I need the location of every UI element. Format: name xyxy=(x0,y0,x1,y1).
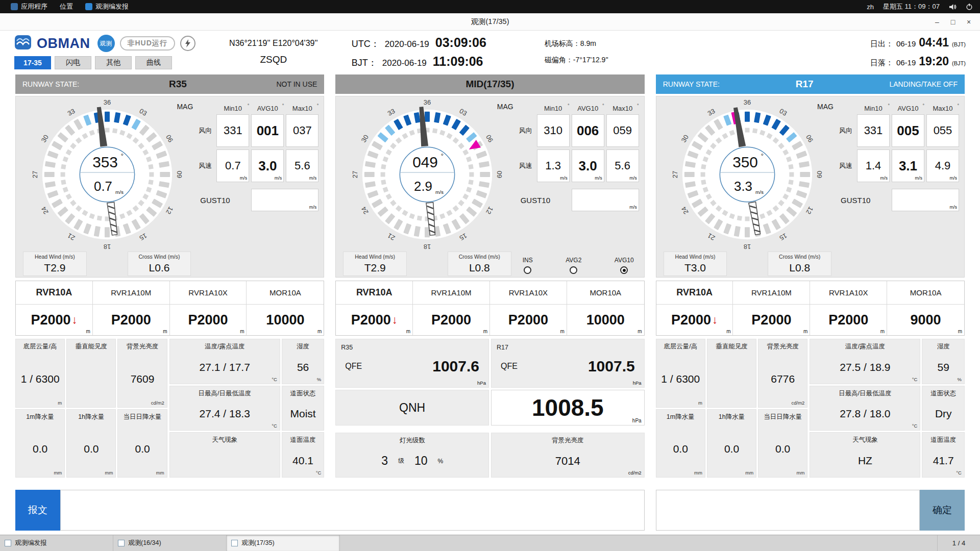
system-clock[interactable]: 星期五 11：09：07 xyxy=(883,2,940,11)
svg-text:21: 21 xyxy=(386,232,396,242)
runway-panel-r17: RUNWAY STATE: R17 LANDING/TAKE OFF MAG 3… xyxy=(656,74,965,485)
tab-17-35[interactable]: 17-35 xyxy=(14,56,51,69)
qnh-value: 1008.5hPa xyxy=(491,390,645,425)
wind-spd-label: 风速 xyxy=(196,149,214,182)
compass-rose: 360306091215182124273033049°2.9m/s xyxy=(351,98,503,251)
tab-other[interactable]: 其他 xyxy=(95,56,132,69)
language-indicator[interactable]: zh xyxy=(867,3,874,11)
lightning-button[interactable] xyxy=(180,36,195,51)
svg-text:049: 049 xyxy=(412,154,438,170)
message-box[interactable] xyxy=(656,490,920,531)
wind-col-max10: Max10° xyxy=(606,105,639,112)
rvr-header-rvr10a: RVR10A xyxy=(336,281,413,305)
runway-title: MID(17/35) xyxy=(342,79,637,90)
mor10a-value: 10000m xyxy=(247,305,324,335)
wind-dir-min: 331 xyxy=(216,114,249,147)
wind-col-min10: Min10° xyxy=(857,105,890,112)
svg-text:33: 33 xyxy=(386,107,396,117)
wind-dir-max: 055 xyxy=(926,114,959,147)
maximize-button[interactable]: □ xyxy=(946,16,960,28)
gust-label: GUST10 xyxy=(837,189,890,211)
menu-places[interactable]: 位置 xyxy=(54,0,79,13)
tab-curve[interactable]: 曲线 xyxy=(135,56,172,69)
obman-logo-text: OBMAN xyxy=(37,36,90,52)
utc-label: UTC： xyxy=(352,38,380,50)
report-button[interactable]: 报文 xyxy=(15,490,60,531)
wind-spd-avg: 3.0m/s xyxy=(251,149,284,182)
svg-text:21: 21 xyxy=(66,232,76,242)
wind-col-avg10: AVG10° xyxy=(572,105,604,112)
window-title: 观测(17/35) xyxy=(471,17,509,27)
svg-text:03: 03 xyxy=(138,107,148,117)
env-cell-temp-hilo: 日最高/日最低温度27.4 / 18.3°C xyxy=(169,386,280,431)
svg-text:09: 09 xyxy=(816,171,823,178)
radio-circle-avg2[interactable] xyxy=(570,266,577,274)
svg-text:03: 03 xyxy=(458,107,469,117)
wind-dir-min: 310 xyxy=(537,114,570,147)
wind-spd-max: 4.9m/s xyxy=(926,149,959,182)
runway-status: NOT IN USE xyxy=(276,80,317,88)
svg-text:27: 27 xyxy=(351,171,359,178)
rvr-header-rvr10a: RVR10A xyxy=(656,281,733,305)
taskbar-item-obs-16-34[interactable]: 观测(16/34) xyxy=(113,535,227,551)
close-button[interactable]: × xyxy=(962,16,976,28)
wind-panel: MAG 360306091215182124273033350°3.3m/s M… xyxy=(656,96,965,278)
compass-rose: 360306091215182124273033353°0.7m/s xyxy=(31,98,183,251)
sunset-tz: (BJT) xyxy=(952,60,966,66)
taskbar-item-obs-17-35[interactable]: 观测(17/35) xyxy=(227,535,340,551)
volume-icon[interactable] xyxy=(949,3,957,11)
env-cell-surface-temp: 道面温度41.7°C xyxy=(922,432,965,478)
radio-avg2[interactable]: AVG2 xyxy=(566,257,581,274)
env-cell-temp-hilo: 日最高/日最低温度27.8 / 18.0°C xyxy=(810,386,920,431)
utc-time: 03:09:06 xyxy=(435,35,486,50)
env-cell-rain-1m: 1m降水量0.0mm xyxy=(15,409,65,478)
rvr-header-rvr1a10m: RVR1A10M xyxy=(733,281,810,305)
gust-value: m/s xyxy=(892,189,959,211)
env-cell-humidity: 湿度56% xyxy=(282,339,325,384)
menu-applications[interactable]: 应用程序 xyxy=(5,0,53,13)
wind-col-avg10: AVG10° xyxy=(892,105,924,112)
sunset-label: 日落： xyxy=(870,58,893,68)
runway-header-r35: RUNWAY STATE: R35 NOT IN USE xyxy=(15,74,324,94)
taskbar-item-obman-report[interactable]: 观测编发报 xyxy=(0,535,113,551)
menu-label: 应用程序 xyxy=(21,2,47,11)
radio-avg10[interactable]: AVG10 xyxy=(615,257,634,274)
svg-text:30: 30 xyxy=(39,133,50,143)
station-code: ZSQD xyxy=(210,54,337,65)
env-cell-temp-dewpoint: 温度/露点温度27.5 / 18.9°C xyxy=(810,339,920,384)
obs-mode-badge[interactable]: 观测 xyxy=(97,35,115,52)
svg-text:06: 06 xyxy=(484,133,495,143)
svg-text:°: ° xyxy=(761,152,764,160)
svg-text:06: 06 xyxy=(804,133,815,143)
menu-label: 观测编发报 xyxy=(95,2,129,11)
sunrise-tz: (BJT) xyxy=(952,41,966,47)
menu-obman-report[interactable]: 观测编发报 xyxy=(80,0,134,13)
app-header: OBMAN 观测 非HUD运行 17-35 闪电 其他 曲线 N36°21'19… xyxy=(0,31,980,72)
radio-circle-ins[interactable] xyxy=(524,266,531,274)
report-textarea[interactable] xyxy=(60,490,645,531)
wind-table: Min10° AVG10° Max10° 风向 331 001 037 风速 0… xyxy=(196,98,322,278)
radio-ins[interactable]: INS xyxy=(523,257,533,274)
svg-text:m/s: m/s xyxy=(435,189,444,195)
minimize-button[interactable]: – xyxy=(930,16,944,28)
env-cell-surface-state: 道面状态Moist xyxy=(282,386,325,431)
env-cell-vertical-visibility: 垂直能见度 xyxy=(66,339,116,408)
mag-label: MAG xyxy=(817,103,834,111)
environment-panel: 底层云量/高1 / 6300m 垂直能见度 背景光亮度7609cd/m2 1m降… xyxy=(15,339,324,478)
wind-spd-avg: 3.1m/s xyxy=(892,149,924,182)
env-cell-rain-1h: 1h降水量0.0mm xyxy=(707,409,756,478)
runway-state-label: RUNWAY STATE: xyxy=(22,80,79,88)
wind-col-min10: Min10° xyxy=(216,105,249,112)
radio-circle-avg10[interactable] xyxy=(620,266,628,274)
power-icon[interactable] xyxy=(966,3,973,10)
wind-dir-max: 037 xyxy=(286,114,318,147)
background-luminance-cell: 背景光亮度 7014 cd/m2 xyxy=(491,433,645,478)
env-cell-surface-temp: 道面温度40.1°C xyxy=(282,432,325,478)
confirm-button[interactable]: 确定 xyxy=(920,490,965,531)
runway-header-r17: RUNWAY STATE: R17 LANDING/TAKE OFF xyxy=(656,74,965,94)
svg-text:27: 27 xyxy=(31,171,39,178)
wind-dir-avg: 005 xyxy=(892,114,924,147)
runway-title: R17 xyxy=(720,79,890,90)
tab-lightning[interactable]: 闪电 xyxy=(55,56,91,69)
hud-mode-button[interactable]: 非HUD运行 xyxy=(120,36,175,51)
